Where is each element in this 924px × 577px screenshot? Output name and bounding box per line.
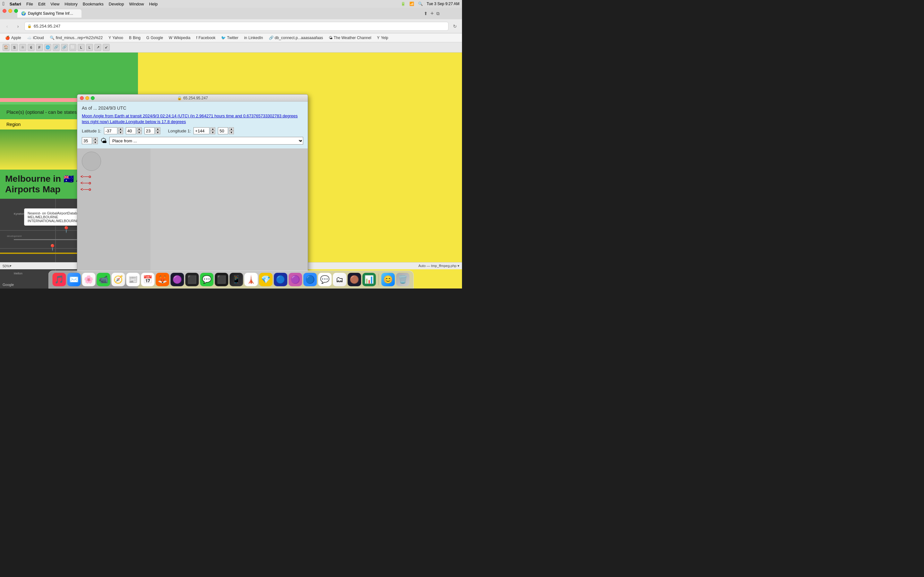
dock-photos[interactable]: 🌸 bbox=[82, 273, 95, 286]
map-pin-red1[interactable]: 📍 bbox=[48, 243, 57, 251]
dock-ff[interactable]: 🦊 bbox=[156, 273, 170, 286]
dock-safari[interactable]: 🧭 bbox=[111, 273, 125, 286]
lat-value-1[interactable]: -37 bbox=[104, 127, 118, 134]
lat-step-down-2[interactable]: ▼ bbox=[137, 131, 142, 134]
bookmark-db[interactable]: 🔗 db_connect.p...aaasaaafaas bbox=[266, 35, 326, 41]
tb2-f[interactable]: F bbox=[36, 44, 43, 51]
menu-app[interactable]: Safari bbox=[10, 2, 21, 6]
forward-button[interactable]: › bbox=[13, 22, 23, 31]
menu-file[interactable]: File bbox=[26, 2, 33, 6]
menu-develop[interactable]: Develop bbox=[109, 2, 124, 6]
menu-view[interactable]: View bbox=[50, 2, 59, 6]
tb2-arrow2[interactable]: ↙ bbox=[103, 44, 110, 51]
menu-history[interactable]: History bbox=[65, 2, 78, 6]
new-tab-icon[interactable]: + bbox=[430, 10, 434, 17]
lat-extra-step-down[interactable]: ▼ bbox=[93, 141, 98, 144]
active-tab[interactable]: 🌍 Daylight Saving Time Inf… bbox=[17, 9, 81, 18]
popup-close-button[interactable] bbox=[80, 96, 84, 100]
bookmark-twitter[interactable]: 🐦 Twitter bbox=[218, 35, 241, 41]
dock-tableplus[interactable]: 🗂 bbox=[333, 273, 347, 286]
bookmark-find[interactable]: 🔍 find_minus...rep+%22s%22 bbox=[47, 35, 105, 41]
minimize-button[interactable] bbox=[8, 9, 12, 13]
bookmark-yelp[interactable]: Y Yelp bbox=[375, 35, 391, 41]
bookmark-facebook[interactable]: f Facebook bbox=[194, 35, 218, 41]
popup-minimize-button[interactable] bbox=[86, 96, 89, 100]
dock-facetime[interactable]: 📹 bbox=[97, 273, 110, 286]
lon-step-down-2[interactable]: ▼ bbox=[229, 131, 234, 134]
bookmark-bing[interactable]: B Bing bbox=[126, 35, 143, 41]
tb2-home[interactable]: 🏠 bbox=[3, 44, 10, 51]
lat-step-up-1[interactable]: ▲ bbox=[118, 127, 123, 131]
bookmark-google[interactable]: G Google bbox=[144, 35, 166, 41]
dock-msg[interactable]: 💬 bbox=[200, 273, 214, 286]
tb2-s[interactable]: S bbox=[11, 44, 18, 51]
share-icon[interactable]: ⬆ bbox=[424, 11, 428, 16]
tb2-b[interactable]: 6 bbox=[27, 44, 35, 51]
bookmark-wikipedia[interactable]: W Wikipedia bbox=[166, 35, 193, 41]
reload-button[interactable]: ↻ bbox=[451, 22, 459, 31]
lat-extra-value[interactable]: 35 bbox=[82, 137, 92, 144]
place-from-select[interactable]: Place from ... bbox=[110, 137, 303, 145]
dock-calendar[interactable]: 📅 bbox=[141, 273, 155, 286]
menu-help[interactable]: Help bbox=[149, 2, 158, 6]
lat-field-3: 23 ▲ ▼ bbox=[144, 127, 160, 134]
popup-moon-link[interactable]: Moon Angle from Earth at transit 2024/9/… bbox=[82, 113, 303, 125]
tb2-l2[interactable]: L bbox=[86, 44, 93, 51]
menu-window[interactable]: Window bbox=[129, 2, 144, 6]
dock-sketch[interactable]: 💎 bbox=[259, 273, 273, 286]
dock-bt[interactable]: ⬛ bbox=[186, 273, 199, 286]
lat-extra-step-up[interactable]: ▲ bbox=[93, 137, 98, 141]
lon-step-up-1[interactable]: ▲ bbox=[210, 127, 215, 131]
dock-news[interactable]: 📰 bbox=[126, 273, 140, 286]
tb2-l[interactable]: L bbox=[78, 44, 85, 51]
zoom-arrow[interactable]: ▾ bbox=[10, 264, 11, 268]
lat-step-down-3[interactable]: ▼ bbox=[155, 131, 160, 134]
lon-step-up-2[interactable]: ▲ bbox=[229, 127, 234, 131]
menu-bookmarks[interactable]: Bookmarks bbox=[83, 2, 103, 6]
maximize-button[interactable] bbox=[14, 9, 18, 13]
bookmark-yahoo[interactable]: Y Yahoo bbox=[106, 35, 126, 41]
menu-edit[interactable]: Edit bbox=[38, 2, 45, 6]
lat-step-up-2[interactable]: ▲ bbox=[137, 127, 142, 131]
tb2-globe[interactable]: 🌐 bbox=[44, 44, 51, 51]
bookmark-apple[interactable]: 🍎 Apple bbox=[3, 35, 24, 41]
dock-zoom[interactable]: 🔵 bbox=[304, 273, 317, 286]
dock-sequel[interactable]: 🟤 bbox=[348, 273, 361, 286]
lat-step-up-3[interactable]: ▲ bbox=[155, 127, 160, 131]
dock: 🎵 ✉️ 🌸 📹 🧭 📰 📅 🦊 🟣 ⬛ 💬 ⬛ 📱 🗼 💎 🔵 🟣 🔵 💬 🗂… bbox=[48, 271, 414, 288]
map-pin-blue[interactable]: 📍 bbox=[62, 226, 70, 234]
dock-iphone[interactable]: 📱 bbox=[230, 273, 243, 286]
popup-maximize-button[interactable] bbox=[91, 96, 95, 100]
tb2-star[interactable]: ☆ bbox=[19, 44, 26, 51]
lat-step-down-1[interactable]: ▼ bbox=[118, 131, 123, 134]
dock-numbers[interactable]: 📊 bbox=[363, 273, 376, 286]
tb2-link2[interactable]: 🔗 bbox=[61, 44, 68, 51]
dock-affinity2[interactable]: 🟣 bbox=[289, 273, 302, 286]
dock-iterm[interactable]: ⬛ bbox=[215, 273, 228, 286]
bookmark-weather[interactable]: 🌤 The Weather Channel bbox=[326, 35, 374, 41]
tb2-link[interactable]: 🔗 bbox=[53, 44, 60, 51]
lat-value-2[interactable]: 40 bbox=[126, 127, 136, 134]
tb2-box[interactable]: ⬜ bbox=[69, 44, 76, 51]
dock-slack[interactable]: 💬 bbox=[318, 273, 332, 286]
dock-finder[interactable]: 😊 bbox=[381, 273, 395, 286]
bookmark-linkedin[interactable]: in LinkedIn bbox=[242, 35, 266, 41]
lon-value-2[interactable]: 50 bbox=[218, 127, 228, 134]
lon-value-1[interactable]: +144 bbox=[194, 127, 210, 134]
lat-value-3[interactable]: 23 bbox=[144, 127, 155, 134]
apple-menu[interactable]:  bbox=[3, 1, 5, 7]
bookmark-icloud[interactable]: ☁️ iCloud bbox=[24, 35, 47, 41]
dock-trash[interactable]: 🗑️ bbox=[396, 273, 410, 286]
dock-canister[interactable]: 🟣 bbox=[171, 273, 184, 286]
back-button[interactable]: ‹ bbox=[3, 22, 11, 31]
close-button[interactable] bbox=[3, 9, 6, 13]
sidebar-icon[interactable]: ⧉ bbox=[436, 11, 439, 16]
dock-music[interactable]: 🎵 bbox=[53, 273, 66, 286]
search-icon[interactable]: 🔍 bbox=[418, 2, 423, 6]
dock-tower2[interactable]: 🗼 bbox=[244, 273, 258, 286]
lon-step-down-1[interactable]: ▼ bbox=[210, 131, 215, 134]
dock-mail[interactable]: ✉️ bbox=[67, 273, 81, 286]
address-bar[interactable]: 🔒 65.254.95.247 bbox=[24, 22, 449, 31]
dock-affinity[interactable]: 🔵 bbox=[274, 273, 288, 286]
tb2-arrow[interactable]: ↗ bbox=[94, 44, 102, 51]
